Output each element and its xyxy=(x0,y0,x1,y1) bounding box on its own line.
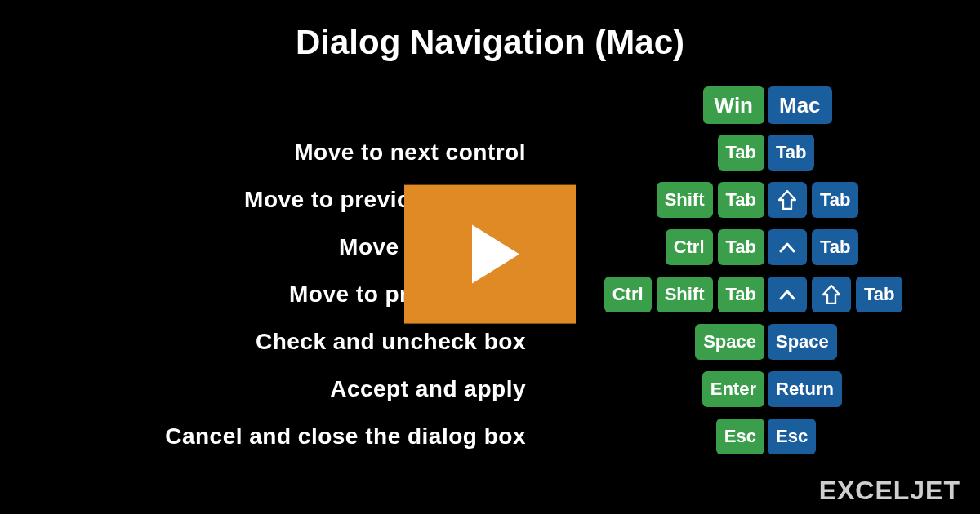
mac-keys: Return xyxy=(768,371,947,407)
table-row: Cancel and close the dialog box Esc Esc xyxy=(33,413,947,460)
win-keys: Ctrl Shift Tab xyxy=(544,277,764,312)
header-mac-badge: Mac xyxy=(768,86,832,124)
mac-keys: Tab xyxy=(768,277,947,312)
key-tab: Tab xyxy=(718,277,764,312)
key-ctrl: Ctrl xyxy=(666,229,713,265)
table-header: . Win Mac xyxy=(33,82,947,129)
play-button[interactable] xyxy=(404,185,576,324)
key-shift: Shift xyxy=(657,182,713,218)
key-esc: Esc xyxy=(768,419,816,454)
slide-title: Dialog Navigation (Mac) xyxy=(0,23,980,62)
table-row: Accept and apply Enter Return xyxy=(33,366,947,413)
shift-up-icon xyxy=(812,277,851,312)
win-keys: Tab xyxy=(544,135,764,171)
key-tab: Tab xyxy=(812,182,858,218)
table-row: Move to next control Tab Tab xyxy=(33,129,947,176)
row-label: Cancel and close the dialog box xyxy=(33,423,544,450)
header-mac-col: Mac xyxy=(768,86,947,124)
win-keys: Enter xyxy=(544,371,764,407)
key-space: Space xyxy=(695,324,764,360)
mac-keys: Tab xyxy=(768,182,947,218)
key-tab: Tab xyxy=(718,229,764,265)
mac-keys: Tab xyxy=(768,229,947,265)
shift-up-icon xyxy=(768,182,807,218)
win-keys: Space xyxy=(544,324,764,360)
play-icon xyxy=(472,225,519,284)
header-win-col: Win xyxy=(544,86,764,124)
key-enter: Enter xyxy=(702,371,764,407)
key-tab: Tab xyxy=(718,135,764,171)
mac-keys: Space xyxy=(768,324,947,360)
header-win-badge: Win xyxy=(703,86,764,124)
win-keys: Shift Tab xyxy=(544,182,764,218)
video-slide: Dialog Navigation (Mac) . Win Mac Move t… xyxy=(0,0,980,514)
key-tab: Tab xyxy=(768,135,814,171)
win-keys: Esc xyxy=(544,419,764,454)
key-tab: Tab xyxy=(812,229,858,265)
key-tab: Tab xyxy=(856,277,902,312)
key-shift: Shift xyxy=(657,277,713,312)
brand-watermark: EXCELJET xyxy=(819,476,960,506)
control-caret-icon xyxy=(768,277,807,312)
row-label: Move to next control xyxy=(33,140,544,166)
mac-keys: Esc xyxy=(768,419,947,454)
key-tab: Tab xyxy=(718,182,764,218)
row-label: Check and uncheck box xyxy=(33,329,544,355)
key-space: Space xyxy=(768,324,837,360)
control-caret-icon xyxy=(768,229,807,265)
key-ctrl: Ctrl xyxy=(604,277,652,312)
table-row: Check and uncheck box Space Space xyxy=(33,318,947,366)
key-return: Return xyxy=(768,371,842,407)
mac-keys: Tab xyxy=(768,135,947,171)
row-label: Accept and apply xyxy=(33,376,544,402)
key-esc: Esc xyxy=(716,419,764,454)
win-keys: Ctrl Tab xyxy=(544,229,764,265)
